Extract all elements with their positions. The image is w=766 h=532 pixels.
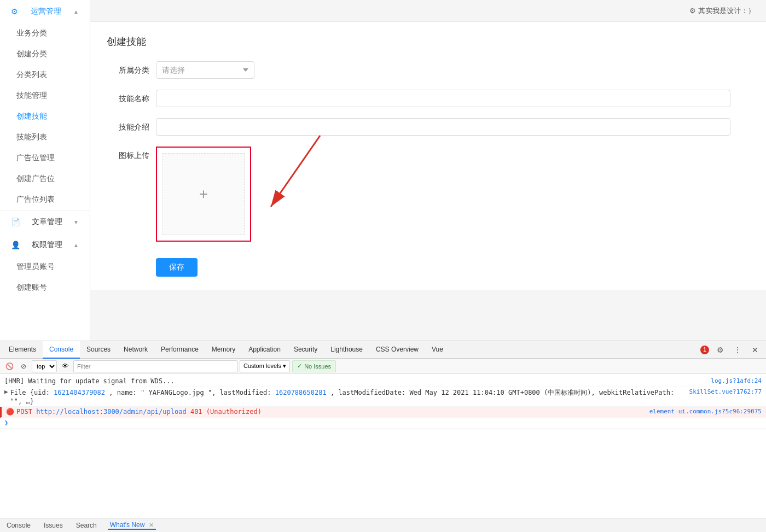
close-devtools-icon[interactable]: ✕ — [748, 343, 762, 356]
arrow-container: + — [156, 147, 730, 242]
console-error-file[interactable]: element-ui.common.js?5c96:29075 — [649, 408, 762, 415]
bottom-tab-whats-new[interactable]: What's New ✕ — [108, 521, 156, 530]
create-skill-label: 创建技能 — [16, 112, 47, 120]
header-user: ⚙ 其实我是设计：） — [689, 6, 755, 16]
error-url-link[interactable]: http://localhost:3000/admin/api/upload — [36, 408, 187, 416]
prompt-icon: ❯ — [4, 419, 8, 426]
tab-console[interactable]: Console — [43, 341, 80, 359]
upload-plus-icon: + — [199, 186, 208, 202]
icon-upload-control: + — [156, 147, 730, 242]
skill-name-label: 技能名称 — [107, 90, 156, 104]
tab-network[interactable]: Network — [117, 341, 154, 359]
console-prompt-text[interactable] — [10, 419, 762, 426]
console-file-link[interactable]: SkillSet.vue?1762:77 — [689, 388, 762, 395]
custom-levels-button[interactable]: Custom levels ▾ — [240, 360, 290, 372]
sidebar-item-category-list[interactable]: 分类列表 — [0, 65, 90, 85]
sidebar-item-admin-accounts[interactable]: 管理员账号 — [0, 256, 90, 277]
user-info-text: ⚙ 其实我是设计：） — [689, 6, 755, 16]
filter-input[interactable] — [73, 360, 237, 372]
console-hmr-file[interactable]: log.js?1afd:24 — [711, 377, 762, 384]
sidebar-item-create-account[interactable]: 创建账号 — [0, 277, 90, 298]
devtools-console: [HMR] Waiting for update signal from WDS… — [0, 374, 766, 518]
tab-sources[interactable]: Sources — [80, 341, 117, 359]
save-button[interactable]: 保存 — [156, 258, 198, 277]
eye-icon[interactable]: 👁 — [59, 360, 71, 372]
file-uid-link[interactable]: 1621404379082 — [54, 389, 105, 396]
tab-security[interactable]: Security — [287, 341, 324, 359]
red-arrow — [254, 130, 342, 239]
skill-name-control — [156, 90, 730, 107]
expand-arrow-icon[interactable]: ▶ — [4, 388, 8, 395]
tab-lighthouse[interactable]: Lighthouse — [324, 341, 369, 359]
ad-management-label: 广告位管理 — [16, 153, 55, 162]
create-account-label: 创建账号 — [16, 283, 47, 291]
chevron-up-icon2: ▲ — [73, 242, 79, 248]
console-hmr-text: [HMR] Waiting for update signal from WDS… — [4, 377, 709, 385]
sidebar-item-create-skill[interactable]: 创建技能 — [0, 106, 90, 127]
upload-wrapper: + — [156, 147, 251, 242]
category-row: 所属分类 请选择 — [107, 61, 750, 79]
console-file-text: File {uid: 1621404379082 , name: " YAFAN… — [10, 388, 687, 405]
tab-performance[interactable]: Performance — [154, 341, 205, 359]
admin-accounts-label: 管理员账号 — [16, 262, 55, 271]
devtools-panel: Elements Console Sources Network Perform… — [0, 341, 766, 532]
bottom-tab-issues[interactable]: Issues — [42, 522, 65, 529]
sidebar-item-ad-list[interactable]: 广告位列表 — [0, 189, 90, 211]
chevron-up-icon: ▲ — [73, 9, 79, 15]
upload-box[interactable]: + — [163, 153, 245, 235]
sidebar: ⚙ 运营管理 ▲ 业务分类 创建分类 分类列表 技能管理 创建技能 技能列表 — [0, 0, 90, 341]
tab-vue[interactable]: Vue — [425, 341, 450, 359]
sidebar-item-create-category[interactable]: 创建分类 — [0, 44, 90, 65]
permissions-label: 权限管理 — [32, 240, 62, 250]
sidebar-item-skill-management[interactable]: 技能管理 — [0, 85, 90, 106]
skill-desc-input[interactable] — [156, 118, 730, 136]
no-issues-badge: ✓ No Issues — [292, 360, 336, 372]
sidebar-group-article[interactable]: 📄 文章管理 ▼ — [0, 211, 90, 233]
category-control: 请选择 — [156, 61, 730, 79]
console-line-file: ▶ File {uid: 1621404379082 , name: " YAF… — [0, 387, 766, 407]
settings-icon[interactable]: ⚙ — [713, 343, 727, 356]
icon-upload-label: 图标上传 — [107, 147, 156, 161]
bottom-tab-console[interactable]: Console — [4, 522, 33, 529]
article-label: 文章管理 — [32, 217, 62, 227]
save-row: 保存 — [107, 253, 750, 277]
last-modified-link[interactable]: 1620788650281 — [275, 389, 327, 396]
category-label: 所属分类 — [107, 61, 156, 75]
create-ad-label: 创建广告位 — [16, 174, 55, 183]
category-select[interactable]: 请选择 — [156, 61, 254, 79]
skill-desc-row: 技能介绍 — [107, 118, 750, 136]
main-area: ⚙ 运营管理 ▲ 业务分类 创建分类 分类列表 技能管理 创建技能 技能列表 — [0, 0, 766, 341]
context-selector[interactable]: top — [32, 360, 57, 372]
filter-icon[interactable]: ⊘ — [18, 360, 30, 372]
icon-upload-row: 图标上传 + — [107, 147, 750, 242]
console-line-hmr: [HMR] Waiting for update signal from WDS… — [0, 376, 766, 387]
tab-memory[interactable]: Memory — [205, 341, 242, 359]
sidebar-group-operations[interactable]: ⚙ 运营管理 ▲ — [0, 0, 90, 23]
tab-elements[interactable]: Elements — [2, 341, 43, 359]
sidebar-item-skill-list[interactable]: 技能列表 — [0, 127, 90, 148]
skill-desc-control — [156, 118, 730, 136]
console-line-error: 🔴 POST http://localhost:3000/admin/api/u… — [0, 407, 766, 418]
sidebar-group-permissions[interactable]: 👤 权限管理 ▲ — [0, 233, 90, 256]
devtools-icon-area: 1 ⚙ ⋮ ✕ — [700, 343, 764, 356]
sidebar-item-create-ad[interactable]: 创建广告位 — [0, 168, 90, 189]
console-line-prompt: ❯ — [0, 418, 766, 429]
console-error-text: POST http://localhost:3000/admin/api/upl… — [16, 408, 647, 416]
skill-name-input[interactable] — [156, 90, 730, 107]
form-container: 创建技能 所属分类 请选择 技能名称 — [90, 22, 766, 290]
bottom-bar: Console Issues Search What's New ✕ — [0, 518, 766, 532]
more-icon[interactable]: ⋮ — [731, 343, 744, 356]
operations-label: 运营管理 — [31, 7, 61, 16]
tab-css-overview[interactable]: CSS Overview — [369, 341, 425, 359]
sidebar-item-business-category[interactable]: 业务分类 — [0, 23, 90, 44]
close-whats-new-icon[interactable]: ✕ — [149, 522, 154, 528]
ban-icon[interactable]: 🚫 — [3, 360, 15, 372]
skill-list-label: 技能列表 — [16, 132, 47, 141]
tab-application[interactable]: Application — [242, 341, 287, 359]
sidebar-item-ad-management[interactable]: 广告位管理 — [0, 148, 90, 168]
devtools-toolbar: 🚫 ⊘ top 👁 Custom levels ▾ ✓ No Issues — [0, 359, 766, 374]
svg-line-1 — [271, 136, 320, 207]
permissions-icon: 👤 — [11, 241, 20, 249]
category-list-label: 分类列表 — [16, 70, 47, 79]
bottom-tab-search[interactable]: Search — [74, 522, 99, 529]
